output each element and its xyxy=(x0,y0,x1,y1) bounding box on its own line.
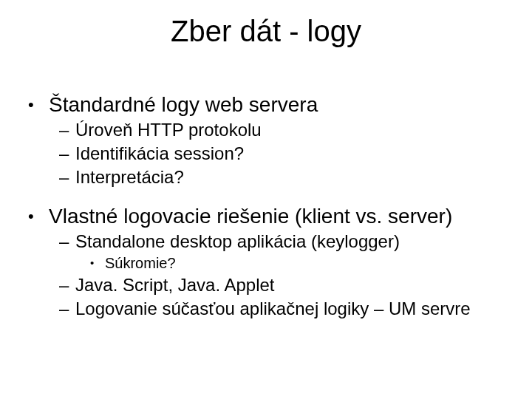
bullet-icon: • xyxy=(90,254,105,273)
list-item: – Logovanie súčasťou aplikačnej logiky –… xyxy=(59,298,508,320)
list-item-text: Úroveň HTTP protokolu xyxy=(75,119,262,141)
list-item: • Vlastné logovacie riešenie (klient vs.… xyxy=(28,203,508,229)
list-item: – Identifikácia session? xyxy=(59,143,508,165)
list-item: • Súkromie? xyxy=(90,254,508,273)
bullet-icon: • xyxy=(28,92,49,117)
list-item-text: Interpretácia? xyxy=(75,166,184,188)
dash-icon: – xyxy=(59,298,75,320)
dash-icon: – xyxy=(59,274,75,296)
list-item-text: Štandardné logy web servera xyxy=(49,92,318,117)
list-item: – Úroveň HTTP protokolu xyxy=(59,119,508,141)
slide-title: Zber dát - logy xyxy=(0,15,532,48)
list-item: – Interpretácia? xyxy=(59,166,508,188)
list-item-text: Logovanie súčasťou aplikačnej logiky – U… xyxy=(75,298,471,320)
slide-body: • Štandardné logy web servera – Úroveň H… xyxy=(28,87,508,320)
list-item-text: Identifikácia session? xyxy=(75,143,244,165)
list-item: • Štandardné logy web servera xyxy=(28,92,508,117)
list-item-text: Súkromie? xyxy=(105,254,176,273)
spacer xyxy=(28,188,508,199)
dash-icon: – xyxy=(59,166,75,188)
slide: Zber dát - logy • Štandardné logy web se… xyxy=(0,0,532,399)
list-item-text: Vlastné logovacie riešenie (klient vs. s… xyxy=(49,203,452,229)
list-item-text: Java. Script, Java. Applet xyxy=(75,274,274,296)
list-item-text: Standalone desktop aplikácia (keylogger) xyxy=(75,231,400,253)
dash-icon: – xyxy=(59,119,75,141)
list-item: – Java. Script, Java. Applet xyxy=(59,274,508,296)
list-item: – Standalone desktop aplikácia (keylogge… xyxy=(59,231,508,253)
dash-icon: – xyxy=(59,231,75,253)
bullet-icon: • xyxy=(28,203,49,229)
dash-icon: – xyxy=(59,143,75,165)
